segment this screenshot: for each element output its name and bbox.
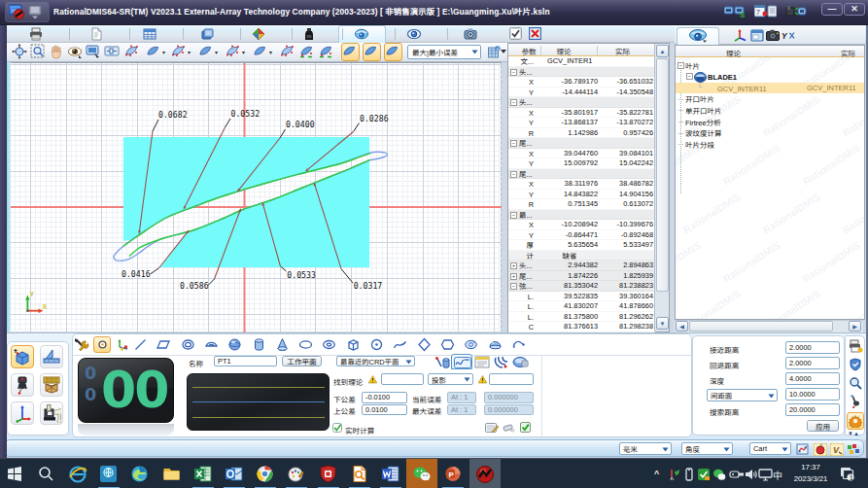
claw-icon[interactable]: [493, 356, 508, 369]
table-row[interactable]: L.41.83020741.878660: [508, 301, 655, 312]
tree-node[interactable]: −BLADE1: [676, 71, 864, 83]
ink-bottle-icon[interactable]: [302, 27, 317, 42]
yx-icon[interactable]: Y: [781, 29, 796, 42]
circle-point-icon[interactable]: [93, 336, 111, 353]
blade-box-icon[interactable]: [341, 43, 360, 61]
search-taskbar-button[interactable]: [31, 459, 62, 488]
chevron-down-icon[interactable]: ▾: [269, 50, 276, 55]
view-eye-icon[interactable]: [67, 44, 84, 60]
key-icon[interactable]: [729, 468, 745, 488]
chevron-down-icon[interactable]: ▾: [188, 50, 194, 55]
setting-input[interactable]: 2.0000: [785, 357, 840, 369]
blade-dots-icon[interactable]: [124, 44, 141, 60]
calendar-alert-icon[interactable]: 7: [754, 5, 777, 17]
hook-icon[interactable]: [511, 337, 526, 352]
tree-horizontal-scrollbar[interactable]: ◀ ▶: [675, 320, 863, 332]
scroll-right-icon[interactable]: ▶: [849, 321, 861, 331]
chart-mini-icon[interactable]: [796, 443, 810, 456]
scroll-thumb[interactable]: [689, 321, 833, 331]
close-button[interactable]: ✕: [844, 3, 865, 16]
line-icon[interactable]: [133, 337, 148, 352]
edit-note-icon[interactable]: [485, 422, 499, 434]
point-axis-icon[interactable]: [116, 337, 130, 352]
probe-small-icon[interactable]: [849, 395, 862, 408]
plane-icon[interactable]: [156, 337, 171, 352]
table-row[interactable]: 厚5.6356545.533497: [508, 240, 655, 251]
blade-dots-icon[interactable]: [226, 44, 242, 60]
table-row[interactable]: −尾...: [508, 138, 655, 149]
app-menu-group[interactable]: [5, 1, 50, 22]
blade-dots-icon[interactable]: [171, 44, 188, 60]
outlook-taskbar-button[interactable]: [219, 459, 250, 488]
tree-node[interactable]: Firtree分析: [676, 117, 864, 128]
excel-taskbar-button[interactable]: [188, 459, 219, 488]
camera-icon[interactable]: [464, 27, 478, 42]
name-input[interactable]: PT1: [214, 356, 277, 367]
wechat-taskbar-button[interactable]: [406, 459, 437, 488]
box-icon[interactable]: [346, 337, 361, 352]
tree-col-theory[interactable]: 理论: [726, 48, 741, 58]
magnifier-icon[interactable]: [849, 376, 862, 390]
upper-tol-input[interactable]: 0.0100: [362, 404, 407, 416]
wechat-tray-icon[interactable]: [712, 468, 726, 488]
table-row[interactable]: X-36.789170-36.651032: [508, 77, 655, 87]
list-icon[interactable]: [474, 356, 490, 368]
report-icon[interactable]: [200, 27, 215, 42]
col-actual[interactable]: 实际: [595, 46, 650, 56]
torus-icon[interactable]: [322, 337, 336, 352]
graphics-viewport[interactable]: 0.06820.05320.04000.02860.04160.05860.05…: [7, 62, 502, 331]
blade-green-icon[interactable]: [319, 44, 335, 60]
checkbox-icon[interactable]: [509, 27, 522, 40]
blade-box-icon[interactable]: [363, 43, 381, 61]
blade-eye-icon[interactable]: [355, 27, 369, 42]
chevron-down-icon[interactable]: ▾: [215, 50, 222, 55]
crate-icon[interactable]: [40, 373, 63, 397]
menu-list-icon[interactable]: [28, 6, 42, 19]
cube-probe-icon[interactable]: [11, 345, 34, 368]
tree-node[interactable]: 叶片分段: [676, 139, 864, 151]
found-theory-input[interactable]: [381, 373, 424, 385]
pan-icon[interactable]: [12, 44, 28, 60]
table-icon[interactable]: [143, 27, 157, 42]
windows-taskbar-button[interactable]: [0, 459, 31, 488]
crd-plane-combo[interactable]: 最靠近的CRD平面: [336, 356, 415, 367]
disk2-icon[interactable]: [512, 356, 529, 368]
scroll-down-icon[interactable]: ▼: [656, 317, 669, 330]
table-row[interactable]: +头...2.9443822.894863: [508, 261, 655, 271]
tree-node[interactable]: 单开口叶片: [676, 105, 864, 117]
blade-box-icon[interactable]: [384, 43, 402, 61]
unit-combo[interactable]: 毫米: [619, 442, 672, 455]
red-x-icon[interactable]: [529, 27, 541, 40]
cylinder-icon[interactable]: [252, 337, 266, 352]
tree-node[interactable]: └GCV_INTER11GCV_INTER11: [676, 83, 864, 94]
curve-icon[interactable]: [393, 337, 407, 352]
table-row[interactable]: R0.7513450.613072: [508, 199, 655, 210]
zoom-window-icon[interactable]: [30, 44, 47, 60]
square-ruler-icon[interactable]: [40, 345, 63, 368]
teams-taskbar-button[interactable]: [93, 459, 124, 488]
edge-taskbar-button[interactable]: [124, 459, 156, 488]
tree-node[interactable]: 波纹度计算: [676, 127, 864, 139]
ime-indicator[interactable]: 中: [773, 468, 782, 488]
apply-button[interactable]: 应用: [807, 420, 839, 432]
angle-combo[interactable]: 角度: [681, 442, 733, 455]
chevron-down-icon[interactable]: ▾: [242, 50, 249, 55]
document-icon[interactable]: [89, 27, 104, 42]
screen-arrow-icon[interactable]: [86, 44, 102, 60]
tree-col-actual[interactable]: 实际: [841, 48, 855, 58]
projection-combo[interactable]: 投影: [428, 373, 473, 385]
printer-small-icon[interactable]: [849, 339, 863, 353]
green-check-tray-icon[interactable]: [697, 468, 711, 488]
green-check-icon[interactable]: [520, 422, 531, 433]
machine-link-icon[interactable]: [785, 5, 807, 17]
tools-icon[interactable]: [75, 337, 89, 352]
word-taskbar-button[interactable]: [375, 459, 406, 488]
circle-dot-icon[interactable]: [369, 337, 384, 352]
hexagon-icon[interactable]: [440, 337, 455, 352]
shield-red-taskbar-button[interactable]: [313, 459, 344, 488]
vtool-icon[interactable]: V: [830, 443, 844, 456]
table-row[interactable]: −弦...81.35304281.238823: [508, 281, 655, 292]
blade-plain-icon[interactable]: [146, 44, 162, 60]
cone-icon[interactable]: [275, 337, 290, 352]
table-vertical-scrollbar[interactable]: ▲ ▼: [654, 44, 669, 331]
